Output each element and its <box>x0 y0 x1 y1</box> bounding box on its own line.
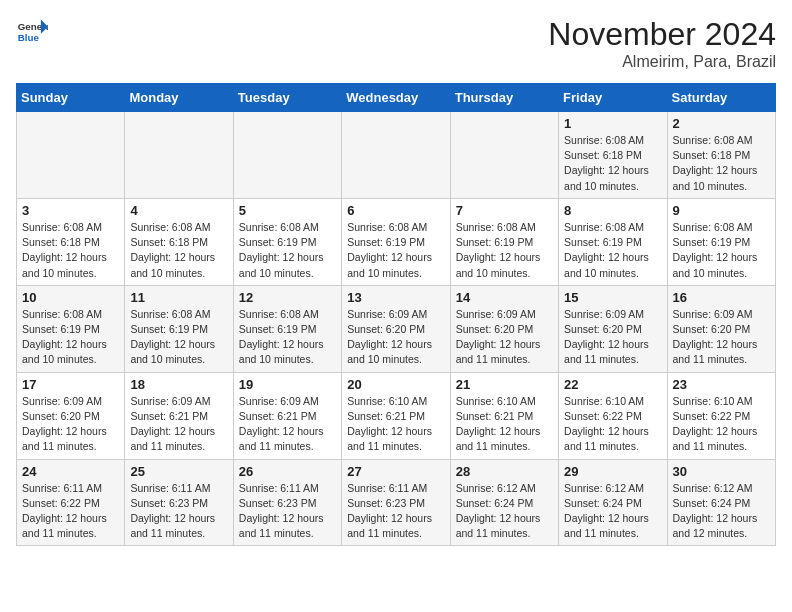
logo: General Blue <box>16 16 48 48</box>
calendar-cell: 12Sunrise: 6:08 AM Sunset: 6:19 PM Dayli… <box>233 285 341 372</box>
weekday-header-row: SundayMondayTuesdayWednesdayThursdayFrid… <box>17 84 776 112</box>
day-info: Sunrise: 6:11 AM Sunset: 6:23 PM Dayligh… <box>130 481 227 542</box>
calendar-cell: 13Sunrise: 6:09 AM Sunset: 6:20 PM Dayli… <box>342 285 450 372</box>
day-number: 3 <box>22 203 119 218</box>
week-row-1: 3Sunrise: 6:08 AM Sunset: 6:18 PM Daylig… <box>17 198 776 285</box>
day-number: 12 <box>239 290 336 305</box>
day-info: Sunrise: 6:10 AM Sunset: 6:22 PM Dayligh… <box>564 394 661 455</box>
calendar-body: 1Sunrise: 6:08 AM Sunset: 6:18 PM Daylig… <box>17 112 776 546</box>
calendar-cell: 29Sunrise: 6:12 AM Sunset: 6:24 PM Dayli… <box>559 459 667 546</box>
day-info: Sunrise: 6:08 AM Sunset: 6:19 PM Dayligh… <box>130 307 227 368</box>
calendar-cell: 1Sunrise: 6:08 AM Sunset: 6:18 PM Daylig… <box>559 112 667 199</box>
day-info: Sunrise: 6:11 AM Sunset: 6:23 PM Dayligh… <box>347 481 444 542</box>
calendar-cell: 26Sunrise: 6:11 AM Sunset: 6:23 PM Dayli… <box>233 459 341 546</box>
day-info: Sunrise: 6:11 AM Sunset: 6:23 PM Dayligh… <box>239 481 336 542</box>
day-number: 29 <box>564 464 661 479</box>
day-info: Sunrise: 6:08 AM Sunset: 6:19 PM Dayligh… <box>347 220 444 281</box>
day-number: 17 <box>22 377 119 392</box>
calendar-cell: 14Sunrise: 6:09 AM Sunset: 6:20 PM Dayli… <box>450 285 558 372</box>
day-info: Sunrise: 6:09 AM Sunset: 6:20 PM Dayligh… <box>673 307 770 368</box>
logo-icon: General Blue <box>16 16 48 48</box>
day-info: Sunrise: 6:08 AM Sunset: 6:18 PM Dayligh… <box>564 133 661 194</box>
day-info: Sunrise: 6:08 AM Sunset: 6:18 PM Dayligh… <box>673 133 770 194</box>
calendar-cell: 7Sunrise: 6:08 AM Sunset: 6:19 PM Daylig… <box>450 198 558 285</box>
day-info: Sunrise: 6:08 AM Sunset: 6:19 PM Dayligh… <box>239 307 336 368</box>
calendar-cell <box>450 112 558 199</box>
day-number: 11 <box>130 290 227 305</box>
calendar-cell: 4Sunrise: 6:08 AM Sunset: 6:18 PM Daylig… <box>125 198 233 285</box>
day-info: Sunrise: 6:09 AM Sunset: 6:20 PM Dayligh… <box>347 307 444 368</box>
calendar-cell: 8Sunrise: 6:08 AM Sunset: 6:19 PM Daylig… <box>559 198 667 285</box>
day-number: 5 <box>239 203 336 218</box>
calendar-cell: 28Sunrise: 6:12 AM Sunset: 6:24 PM Dayli… <box>450 459 558 546</box>
calendar-cell: 18Sunrise: 6:09 AM Sunset: 6:21 PM Dayli… <box>125 372 233 459</box>
week-row-2: 10Sunrise: 6:08 AM Sunset: 6:19 PM Dayli… <box>17 285 776 372</box>
calendar-cell: 22Sunrise: 6:10 AM Sunset: 6:22 PM Dayli… <box>559 372 667 459</box>
calendar-cell <box>233 112 341 199</box>
day-info: Sunrise: 6:11 AM Sunset: 6:22 PM Dayligh… <box>22 481 119 542</box>
title-block: November 2024 Almeirim, Para, Brazil <box>548 16 776 71</box>
calendar-cell: 21Sunrise: 6:10 AM Sunset: 6:21 PM Dayli… <box>450 372 558 459</box>
calendar-cell: 15Sunrise: 6:09 AM Sunset: 6:20 PM Dayli… <box>559 285 667 372</box>
day-info: Sunrise: 6:09 AM Sunset: 6:20 PM Dayligh… <box>22 394 119 455</box>
week-row-0: 1Sunrise: 6:08 AM Sunset: 6:18 PM Daylig… <box>17 112 776 199</box>
day-number: 7 <box>456 203 553 218</box>
weekday-header-monday: Monday <box>125 84 233 112</box>
calendar-cell: 27Sunrise: 6:11 AM Sunset: 6:23 PM Dayli… <box>342 459 450 546</box>
calendar-cell: 25Sunrise: 6:11 AM Sunset: 6:23 PM Dayli… <box>125 459 233 546</box>
day-number: 27 <box>347 464 444 479</box>
calendar-table: SundayMondayTuesdayWednesdayThursdayFrid… <box>16 83 776 546</box>
calendar-cell: 17Sunrise: 6:09 AM Sunset: 6:20 PM Dayli… <box>17 372 125 459</box>
calendar-cell: 3Sunrise: 6:08 AM Sunset: 6:18 PM Daylig… <box>17 198 125 285</box>
calendar-cell: 19Sunrise: 6:09 AM Sunset: 6:21 PM Dayli… <box>233 372 341 459</box>
day-number: 4 <box>130 203 227 218</box>
day-info: Sunrise: 6:09 AM Sunset: 6:20 PM Dayligh… <box>564 307 661 368</box>
day-number: 22 <box>564 377 661 392</box>
day-info: Sunrise: 6:08 AM Sunset: 6:19 PM Dayligh… <box>239 220 336 281</box>
calendar-cell: 16Sunrise: 6:09 AM Sunset: 6:20 PM Dayli… <box>667 285 775 372</box>
day-number: 16 <box>673 290 770 305</box>
weekday-header-wednesday: Wednesday <box>342 84 450 112</box>
calendar-cell: 23Sunrise: 6:10 AM Sunset: 6:22 PM Dayli… <box>667 372 775 459</box>
day-number: 20 <box>347 377 444 392</box>
day-number: 30 <box>673 464 770 479</box>
calendar-cell: 20Sunrise: 6:10 AM Sunset: 6:21 PM Dayli… <box>342 372 450 459</box>
day-number: 21 <box>456 377 553 392</box>
day-info: Sunrise: 6:08 AM Sunset: 6:18 PM Dayligh… <box>130 220 227 281</box>
location: Almeirim, Para, Brazil <box>548 53 776 71</box>
day-number: 1 <box>564 116 661 131</box>
weekday-header-saturday: Saturday <box>667 84 775 112</box>
weekday-header-sunday: Sunday <box>17 84 125 112</box>
calendar-cell: 5Sunrise: 6:08 AM Sunset: 6:19 PM Daylig… <box>233 198 341 285</box>
day-number: 6 <box>347 203 444 218</box>
day-number: 26 <box>239 464 336 479</box>
day-info: Sunrise: 6:09 AM Sunset: 6:20 PM Dayligh… <box>456 307 553 368</box>
day-info: Sunrise: 6:08 AM Sunset: 6:18 PM Dayligh… <box>22 220 119 281</box>
day-info: Sunrise: 6:12 AM Sunset: 6:24 PM Dayligh… <box>564 481 661 542</box>
calendar-cell: 10Sunrise: 6:08 AM Sunset: 6:19 PM Dayli… <box>17 285 125 372</box>
day-number: 9 <box>673 203 770 218</box>
calendar-cell <box>17 112 125 199</box>
day-number: 15 <box>564 290 661 305</box>
month-title: November 2024 <box>548 16 776 53</box>
weekday-header-friday: Friday <box>559 84 667 112</box>
day-number: 23 <box>673 377 770 392</box>
day-number: 14 <box>456 290 553 305</box>
calendar-cell: 2Sunrise: 6:08 AM Sunset: 6:18 PM Daylig… <box>667 112 775 199</box>
calendar-cell: 24Sunrise: 6:11 AM Sunset: 6:22 PM Dayli… <box>17 459 125 546</box>
calendar-cell: 30Sunrise: 6:12 AM Sunset: 6:24 PM Dayli… <box>667 459 775 546</box>
day-number: 24 <box>22 464 119 479</box>
calendar-cell: 11Sunrise: 6:08 AM Sunset: 6:19 PM Dayli… <box>125 285 233 372</box>
day-info: Sunrise: 6:09 AM Sunset: 6:21 PM Dayligh… <box>239 394 336 455</box>
week-row-4: 24Sunrise: 6:11 AM Sunset: 6:22 PM Dayli… <box>17 459 776 546</box>
day-info: Sunrise: 6:08 AM Sunset: 6:19 PM Dayligh… <box>456 220 553 281</box>
day-number: 8 <box>564 203 661 218</box>
calendar-cell <box>342 112 450 199</box>
day-info: Sunrise: 6:12 AM Sunset: 6:24 PM Dayligh… <box>673 481 770 542</box>
weekday-header-tuesday: Tuesday <box>233 84 341 112</box>
week-row-3: 17Sunrise: 6:09 AM Sunset: 6:20 PM Dayli… <box>17 372 776 459</box>
day-number: 18 <box>130 377 227 392</box>
day-number: 13 <box>347 290 444 305</box>
day-info: Sunrise: 6:09 AM Sunset: 6:21 PM Dayligh… <box>130 394 227 455</box>
day-info: Sunrise: 6:12 AM Sunset: 6:24 PM Dayligh… <box>456 481 553 542</box>
